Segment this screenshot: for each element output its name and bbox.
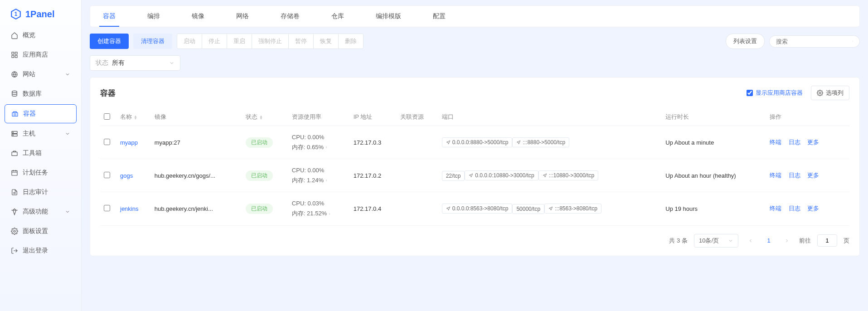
svg-point-26 (330, 214, 330, 214)
search-input[interactable] (776, 38, 852, 45)
cpu-usage: CPU: 0.00% (292, 165, 346, 175)
tab-5[interactable]: 仓库 (328, 6, 348, 27)
search-input-wrapper[interactable] (769, 35, 860, 48)
cpu-usage: CPU: 0.03% (292, 199, 346, 209)
bulk-op-1[interactable]: 停止 (202, 34, 227, 49)
tab-2[interactable]: 镜像 (188, 6, 208, 27)
page-number[interactable]: 1 (763, 235, 775, 247)
logo[interactable]: 1 1Panel (0, 0, 81, 26)
svg-rect-4 (12, 55, 14, 58)
bulk-op-0[interactable]: 启动 (177, 34, 202, 49)
row-checkbox[interactable] (104, 205, 110, 211)
container-name-link[interactable]: gogs (120, 172, 133, 179)
uptime-cell: Up About an hour (healthy) (665, 172, 736, 179)
sidebar-item-label: 概览 (23, 31, 35, 39)
tab-6[interactable]: 编排模版 (372, 6, 405, 27)
log-action[interactable]: 日志 (789, 172, 800, 179)
sidebar-item-10[interactable]: 面板设置 (5, 222, 77, 240)
show-app-store-checkbox-input[interactable] (747, 90, 753, 96)
prev-page-button[interactable] (745, 235, 756, 247)
log-action[interactable]: 日志 (789, 205, 800, 212)
row-checkbox[interactable] (104, 139, 110, 145)
terminal-action[interactable]: 终端 (770, 172, 781, 179)
page-size-select[interactable]: 10条/页 (694, 234, 738, 248)
svg-point-12 (13, 135, 13, 135)
svg-point-22 (326, 180, 327, 180)
goto-page-input[interactable] (817, 234, 837, 247)
svg-point-19 (326, 147, 327, 147)
columns-button[interactable]: 选项列 (811, 86, 849, 100)
status-filter-label: 状态 (96, 59, 108, 67)
row-checkbox[interactable] (104, 172, 110, 178)
tab-4[interactable]: 存储卷 (277, 6, 303, 27)
list-settings-button[interactable]: 列表设置 (726, 34, 765, 49)
sidebar-item-0[interactable]: 概览 (5, 26, 77, 44)
bulk-op-3[interactable]: 强制停止 (252, 34, 289, 49)
chevron-down-icon (169, 60, 175, 66)
port-tag[interactable]: :::8880->5000/tcp (512, 137, 569, 147)
port-tag[interactable]: 0.0.0.0:10880->3000/tcp (465, 170, 538, 180)
more-vertical-icon (325, 145, 327, 150)
terminal-action[interactable]: 终端 (770, 205, 781, 212)
svg-point-21 (326, 148, 327, 148)
bulk-op-5[interactable]: 恢复 (314, 34, 339, 49)
container-name-link[interactable]: myapp (120, 139, 138, 146)
sidebar-item-label: 高级功能 (23, 208, 48, 216)
tab-3[interactable]: 网络 (233, 6, 252, 27)
column-header-3[interactable]: 状态▲▼ (242, 108, 288, 126)
tab-bar: 容器编排镜像网络存储卷仓库编排模版配置 (90, 5, 860, 27)
sidebar-item-7[interactable]: 计划任务 (5, 164, 77, 182)
bulk-op-6[interactable]: 删除 (339, 34, 363, 49)
table-row: jenkins hub.geekery.cn/jenki... 已启动 CPU:… (100, 192, 849, 225)
terminal-action[interactable]: 终端 (770, 139, 781, 146)
more-action[interactable]: 更多 (807, 205, 819, 212)
port-tag[interactable]: 0.0.0.0:8880->5000/tcp (442, 137, 513, 147)
file-text-icon (11, 189, 18, 196)
sidebar-item-3[interactable]: 数据库 (5, 85, 77, 103)
sidebar-item-11[interactable]: 退出登录 (5, 242, 77, 260)
table-row: myapp myapp:27 已启动 CPU: 0.00%内存: 0.65% 1… (100, 126, 849, 159)
more-action[interactable]: 更多 (807, 172, 819, 179)
sidebar-item-1[interactable]: 应用商店 (5, 46, 77, 64)
port-tag[interactable]: :::10880->3000/tcp (538, 170, 598, 180)
home-icon (11, 32, 18, 39)
chevron-down-icon (728, 238, 733, 243)
port-tag[interactable]: 0.0.0.0:8563->8080/tcp (442, 204, 513, 214)
svg-rect-3 (15, 52, 17, 54)
svg-point-23 (326, 180, 327, 181)
sidebar-item-4[interactable]: 容器 (5, 104, 77, 123)
tab-1[interactable]: 编排 (144, 6, 164, 27)
create-container-button[interactable]: 创建容器 (90, 34, 129, 49)
sidebar-item-label: 数据库 (23, 90, 42, 98)
bulk-op-2[interactable]: 重启 (227, 34, 252, 49)
clean-container-button[interactable]: 清理容器 (133, 34, 172, 49)
tab-0[interactable]: 容器 (99, 6, 119, 27)
port-tag[interactable]: 50000/tcp (512, 204, 544, 214)
svg-rect-8 (12, 112, 18, 116)
nav-arrow-icon (548, 206, 553, 211)
chevron-down-icon (65, 72, 70, 77)
more-action[interactable]: 更多 (807, 139, 819, 146)
sidebar-item-5[interactable]: 主机 (5, 125, 77, 143)
show-app-store-checkbox[interactable]: 显示应用商店容器 (747, 89, 803, 97)
column-header-5: IP 地址 (350, 108, 397, 126)
sidebar-item-8[interactable]: 日志审计 (5, 183, 77, 201)
column-header-4: 资源使用率 (288, 108, 350, 126)
select-all-checkbox[interactable] (104, 113, 110, 120)
sidebar-item-2[interactable]: 网站 (5, 65, 77, 83)
sidebar-item-9[interactable]: 高级功能 (5, 203, 77, 221)
log-action[interactable]: 日志 (789, 139, 800, 146)
nav-arrow-icon (469, 173, 473, 178)
container-name-link[interactable]: jenkins (120, 205, 138, 212)
nav-arrow-icon (543, 173, 547, 178)
status-filter-select[interactable]: 状态 所有 (90, 55, 180, 71)
ip-cell: 172.17.0.2 (354, 172, 381, 179)
column-header-1[interactable]: 名称▲▼ (116, 108, 151, 126)
column-header-6: 关联资源 (397, 108, 438, 126)
port-tag[interactable]: :::8563->8080/tcp (544, 204, 601, 214)
bulk-op-4[interactable]: 暂停 (289, 34, 314, 49)
next-page-button[interactable] (781, 235, 793, 247)
tab-7[interactable]: 配置 (429, 6, 449, 27)
sidebar-item-6[interactable]: 工具箱 (5, 144, 77, 162)
port-tag[interactable]: 22/tcp (442, 171, 465, 181)
